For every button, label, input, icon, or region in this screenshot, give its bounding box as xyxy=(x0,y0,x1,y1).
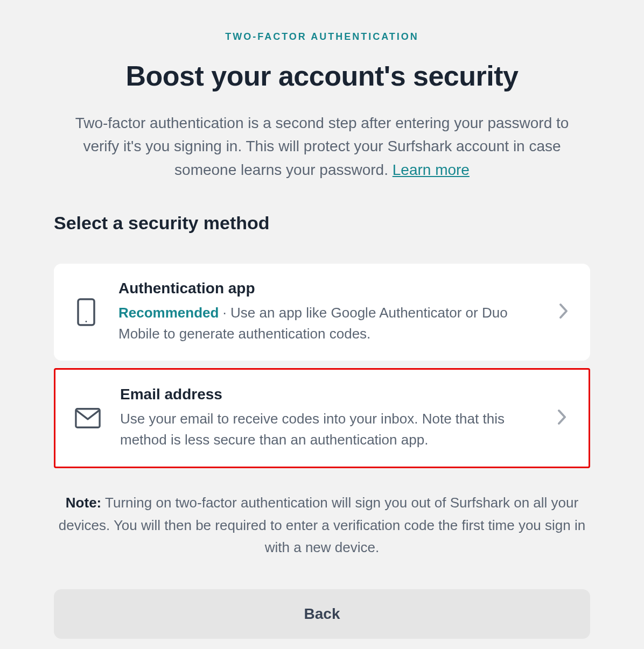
section-title: Select a security method xyxy=(54,213,590,234)
back-button[interactable]: Back xyxy=(54,589,590,639)
method-description: Use your email to receive codes into you… xyxy=(120,408,538,450)
method-description: Recommended · Use an app like Google Aut… xyxy=(118,302,540,344)
page-title: Boost your account's security xyxy=(54,60,590,92)
recommended-badge: Recommended xyxy=(118,305,219,321)
svg-point-1 xyxy=(86,321,87,322)
eyebrow-label: TWO-FACTOR AUTHENTICATION xyxy=(54,31,590,43)
note-text: Turning on two-factor authentication wil… xyxy=(59,495,585,555)
method-title: Email address xyxy=(120,386,538,403)
learn-more-link[interactable]: Learn more xyxy=(393,161,470,178)
method-content: Email address Use your email to receive … xyxy=(120,386,538,450)
separator: · xyxy=(219,305,230,321)
two-factor-setup-panel: TWO-FACTOR AUTHENTICATION Boost your acc… xyxy=(54,31,590,639)
note-label: Note: xyxy=(66,495,101,511)
chevron-right-icon xyxy=(559,303,569,321)
intro-text: Two-factor authentication is a second st… xyxy=(75,115,569,178)
method-card-authentication-app[interactable]: Authentication app Recommended · Use an … xyxy=(54,264,590,361)
method-content: Authentication app Recommended · Use an … xyxy=(118,280,540,344)
method-title: Authentication app xyxy=(118,280,540,297)
smartphone-icon xyxy=(73,298,99,326)
chevron-right-icon xyxy=(557,409,567,427)
intro-paragraph: Two-factor authentication is a second st… xyxy=(54,111,590,181)
note-paragraph: Note: Turning on two-factor authenticati… xyxy=(54,492,590,559)
envelope-icon xyxy=(75,407,101,429)
method-description-text: Use your email to receive codes into you… xyxy=(120,411,505,448)
method-card-email[interactable]: Email address Use your email to receive … xyxy=(54,368,590,468)
